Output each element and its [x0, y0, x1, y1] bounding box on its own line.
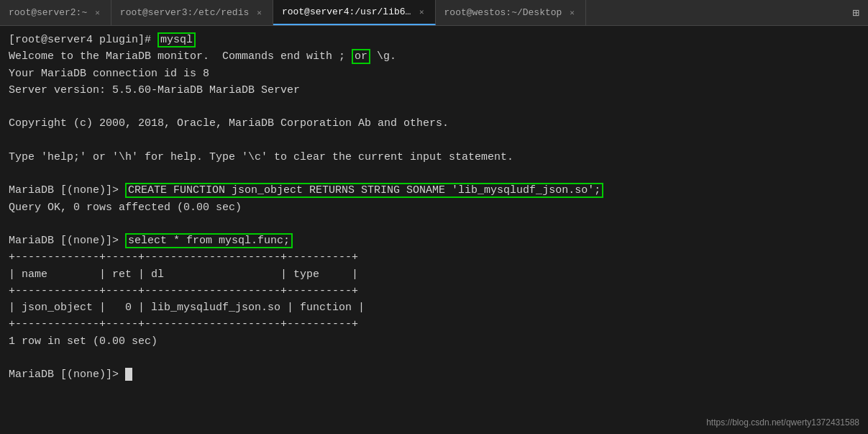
terminal-line-16: +-------------+-----+-------------------…	[9, 283, 859, 299]
terminal-line-13: MariaDB [(none)]> select * from mysql.fu…	[9, 232, 859, 249]
tab-server2-close[interactable]: ✕	[93, 7, 102, 18]
tab-server3-close[interactable]: ✕	[255, 7, 264, 18]
terminal-line-10: MariaDB [(none)]> CREATE FUNCTION json_o…	[9, 182, 859, 199]
tab-westos-close[interactable]: ✕	[567, 7, 577, 18]
terminal-line-3: Your MariaDB connection id is 8	[9, 65, 859, 82]
terminal-line-2: Welcome to the MariaDB monitor. Commands…	[9, 48, 859, 65]
terminal-line-20	[9, 350, 859, 366]
tab-server3-label: root@server3:/etc/redis	[120, 7, 249, 18]
create-function-highlight: CREATE FUNCTION json_object RETURNS STRI…	[125, 183, 603, 198]
terminal-line-8: Type 'help;' or '\h' for help. Type '\c'…	[9, 149, 859, 166]
tab-westos[interactable]: root@westos:~/Desktop ✕	[436, 0, 586, 25]
terminal-line-5	[9, 99, 859, 115]
tab-server4-label: root@server4:/usr/lib64/mysql/...	[282, 6, 411, 17]
terminal-line-1: [root@server4 plugin]# mysql	[9, 32, 859, 48]
terminal-line-11: Query OK, 0 rows affected (0.00 sec)	[9, 199, 859, 216]
select-command-highlight: select * from mysql.func;	[125, 233, 293, 248]
terminal-area[interactable]: [root@server4 plugin]# mysql Welcome to …	[0, 26, 868, 434]
tab-bar: root@server2:~ ✕ root@server3:/etc/redis…	[0, 0, 868, 26]
terminal-line-7	[9, 132, 859, 149]
or-highlight: or	[352, 49, 370, 64]
prompt-text: [root@server4 plugin]#	[9, 34, 157, 46]
terminal-line-9	[9, 166, 859, 182]
tab-server3[interactable]: root@server3:/etc/redis ✕	[111, 0, 273, 25]
terminal-line-17: | json_object | 0 | lib_mysqludf_json.so…	[9, 299, 859, 316]
new-tab-button[interactable]: ⊞	[844, 0, 868, 25]
terminal-line-12	[9, 216, 859, 232]
tab-server2[interactable]: root@server2:~ ✕	[0, 0, 111, 25]
terminal-cursor	[125, 368, 132, 381]
terminal-line-18: +-------------+-----+-------------------…	[9, 316, 859, 333]
tab-server2-label: root@server2:~	[9, 7, 87, 18]
terminal-line-21: MariaDB [(none)]>	[9, 366, 859, 383]
terminal-line-15: | name | ret | dl | type |	[9, 266, 859, 283]
tab-server4-close[interactable]: ✕	[417, 6, 426, 17]
tab-westos-label: root@westos:~/Desktop	[444, 7, 562, 18]
mysql-command-highlight: mysql	[157, 32, 196, 48]
terminal-line-14: +-------------+-----+-------------------…	[9, 249, 859, 266]
terminal-line-4: Server version: 5.5.60-MariaDB MariaDB S…	[9, 82, 859, 99]
url-footer: https://blog.csdn.net/qwerty1372431588	[706, 416, 859, 430]
terminal-line-19: 1 row in set (0.00 sec)	[9, 333, 859, 350]
terminal-line-6: Copyright (c) 2000, 2018, Oracle, MariaD…	[9, 115, 859, 132]
tab-server4[interactable]: root@server4:/usr/lib64/mysql/... ✕	[273, 0, 436, 25]
